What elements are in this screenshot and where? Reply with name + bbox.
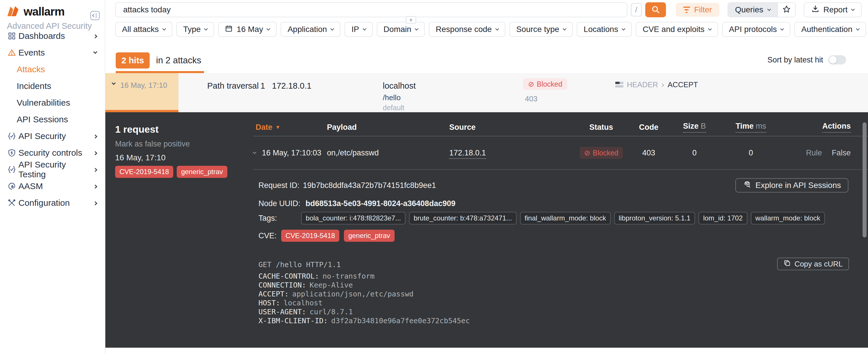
- rule-link[interactable]: Rule: [806, 149, 822, 157]
- header-point-icon: [615, 82, 623, 88]
- tags-row: Tags: bola_counter: i:478:f82823e7... br…: [258, 212, 825, 224]
- copy-as-curl-button[interactable]: Copy as cURL: [777, 258, 849, 270]
- request-table-row[interactable]: 16 May, 17:10:03 on,/etc/passwd 172.18.0…: [253, 136, 868, 170]
- grid-icon: [7, 31, 17, 41]
- attack-source-ip: 172.18.0.1: [272, 81, 311, 91]
- filter-label: Filter: [694, 5, 712, 14]
- active-tab-indicator: [116, 71, 204, 73]
- point-group: HEADER: [627, 80, 658, 89]
- cve-badge[interactable]: CVE-2019-5418: [281, 230, 339, 242]
- sidebar-item-security-controls[interactable]: Security controls: [0, 144, 105, 161]
- http-request-block: GET /hello HTTP/1.1 CACHE-CONTROL:no-tra…: [258, 260, 848, 325]
- braces-check-icon: [7, 165, 17, 174]
- filter-button[interactable]: Filter: [676, 3, 719, 17]
- attack-date-cell[interactable]: 16 May, 17:10: [105, 73, 179, 112]
- sidebar-item-events[interactable]: Events: [0, 44, 105, 61]
- sidebar-item-configuration[interactable]: Configuration: [0, 195, 105, 211]
- tag-chip[interactable]: final_wallarm_mode: block: [520, 212, 611, 224]
- tag-chip[interactable]: wallarm_mode: block: [751, 212, 825, 224]
- filter-chip-cve-exploits[interactable]: CVE and exploits: [636, 22, 718, 37]
- filter-icon: [683, 7, 690, 13]
- filter-chip-authentication[interactable]: Authentication: [794, 22, 866, 37]
- sidebar-item-incidents[interactable]: Incidents: [0, 78, 105, 94]
- chevron-down-icon: [563, 27, 566, 31]
- warning-triangle-icon: [7, 48, 17, 58]
- sidebar-item-aasm[interactable]: AASM: [0, 178, 105, 195]
- sidebar-item-api-sessions[interactable]: API Sessions: [0, 111, 105, 128]
- sidebar-item-vulnerabilities[interactable]: Vulnerabilities: [0, 94, 105, 111]
- tag-chip[interactable]: brute_counter: b:478:a732471...: [409, 212, 517, 224]
- cve-badge[interactable]: generic_ptrav: [177, 166, 227, 178]
- filter-chips-row: All attacks Type 16 May Application IP D…: [115, 22, 868, 37]
- tag-chip[interactable]: libproton_version: 5.1.1: [614, 212, 695, 224]
- filter-chip-source-type[interactable]: Source type: [509, 22, 573, 37]
- sidebar-item-label: Incidents: [17, 81, 51, 91]
- sidebar-collapse-icon[interactable]: [90, 11, 100, 20]
- tag-chip[interactable]: lom_id: 1702: [699, 212, 747, 224]
- column-header-date[interactable]: Date ▼: [253, 123, 327, 132]
- cve-badge[interactable]: generic_ptrav: [344, 230, 394, 242]
- tags-label: Tags:: [258, 214, 277, 223]
- request-method-line: GET /hello HTTP/1.1: [258, 260, 848, 269]
- response-code: 403: [525, 94, 537, 103]
- chevron-down-icon: [622, 27, 625, 31]
- column-header-size[interactable]: Size B: [683, 122, 706, 133]
- toggle-knob: [829, 56, 837, 64]
- tag-chip[interactable]: bola_counter: i:478:f82823e7...: [301, 212, 405, 224]
- favorite-star-button[interactable]: [777, 3, 795, 17]
- column-header-actions[interactable]: Actions: [822, 122, 851, 133]
- column-header-status: Status: [589, 123, 613, 132]
- filter-chip-type[interactable]: Type: [177, 22, 214, 37]
- attacks-count-text: in 2 attacks: [156, 55, 201, 66]
- chevron-right-icon: [93, 34, 97, 38]
- status-badge: ⊘ Blocked: [523, 78, 567, 90]
- mark-false-positive-link[interactable]: Mark as false positive: [115, 139, 190, 149]
- sidebar-item-attacks[interactable]: Attacks: [0, 61, 105, 78]
- request-id-value: 19b7bc8ddfa43a72b7b74151fc8b9ee1: [303, 181, 436, 190]
- explore-api-sessions-button[interactable]: Explore in API Sessions: [735, 178, 848, 193]
- search-button[interactable]: [645, 2, 666, 17]
- sidebar-item-label: Configuration: [19, 198, 70, 208]
- chevron-down-icon: [415, 27, 418, 31]
- attack-path: /hello: [383, 93, 401, 102]
- filter-chip-api-protocols[interactable]: API protocols: [722, 22, 790, 37]
- wallarm-logo-icon: [7, 5, 20, 18]
- sidebar-item-api-security-testing[interactable]: API Security Testing: [0, 161, 105, 178]
- attack-row[interactable]: 16 May, 17:10 Path traversal 1 172.18.0.…: [105, 73, 868, 112]
- report-button[interactable]: Report: [804, 2, 862, 17]
- request-header-line: CACHE-CONTROL:no-transform: [258, 272, 848, 281]
- false-link[interactable]: False: [832, 149, 851, 157]
- chevron-right-icon: [93, 151, 97, 155]
- filter-chip-response-code[interactable]: Response code: [429, 22, 505, 37]
- report-label: Report: [824, 5, 847, 14]
- filter-chip-domain[interactable]: Domain: [377, 22, 425, 37]
- sidebar-item-api-security[interactable]: API Security: [0, 128, 105, 144]
- filter-chip-application[interactable]: Application: [281, 22, 340, 37]
- sidebar-item-label: Security controls: [19, 148, 82, 158]
- requests-table-area: Date ▼ Payload Source Status Code Size B…: [253, 112, 868, 348]
- request-header-line: USER-AGENT:curl/8.7.1: [258, 308, 848, 316]
- scrollbar-thumb[interactable]: [863, 122, 867, 237]
- chevron-down-icon: [780, 27, 784, 31]
- column-header-time[interactable]: Time ms: [736, 122, 766, 133]
- filter-chip-all-attacks[interactable]: All attacks: [115, 22, 173, 37]
- sidebar-item-label: Events: [19, 48, 45, 58]
- filter-chip-ip[interactable]: IP: [344, 22, 372, 37]
- sort-toggle[interactable]: [828, 55, 846, 64]
- search-resize-handle[interactable]: [406, 16, 416, 24]
- cve-badge[interactable]: CVE-2019-5418: [115, 166, 173, 178]
- sidebar-item-dashboards[interactable]: Dashboards: [0, 28, 105, 44]
- search-input[interactable]: [115, 2, 627, 17]
- queries-button[interactable]: Queries: [728, 3, 777, 17]
- detail-cve-badges: CVE-2019-5418 generic_ptrav: [115, 166, 227, 178]
- request-source-ip[interactable]: 172.18.0.1: [449, 149, 486, 159]
- chevron-down-icon: [204, 27, 208, 31]
- filter-chip-date[interactable]: 16 May: [218, 22, 277, 37]
- hits-summary: 2 hits in 2 attacks: [116, 53, 201, 68]
- slash-shortcut-key: /: [631, 3, 642, 17]
- blocked-icon: ⊘: [528, 80, 534, 88]
- chevron-down-icon: [767, 7, 771, 11]
- attack-detail-panel: 1 request Mark as false positive 16 May,…: [105, 112, 868, 348]
- request-date: 16 May, 17:10:03: [262, 149, 327, 157]
- filter-chip-locations[interactable]: Locations: [577, 22, 632, 37]
